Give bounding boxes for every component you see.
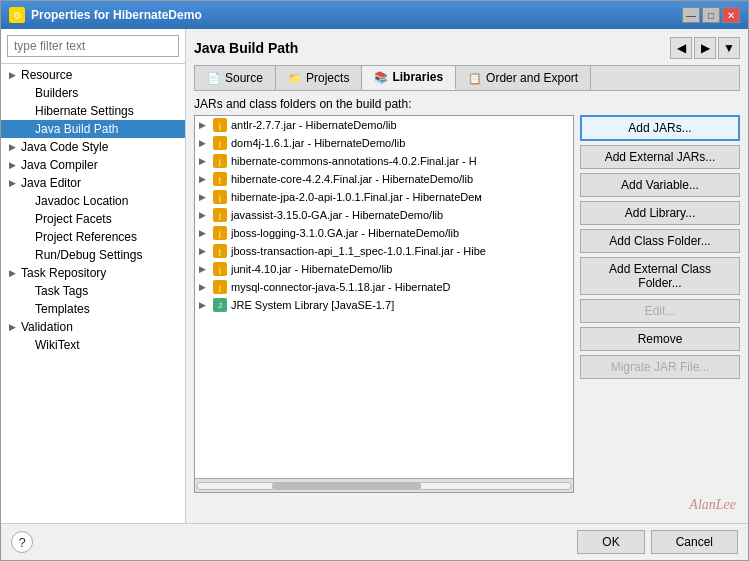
tree-arrow-icon: ▶ (9, 70, 17, 80)
jar-expand-arrow-icon: ▶ (199, 300, 209, 310)
jar-item-label: hibernate-commons-annotations-4.0.2.Fina… (231, 155, 477, 167)
source-tab-icon: 📄 (207, 72, 221, 85)
help-button[interactable]: ? (11, 531, 33, 553)
sidebar-item-run-debug-settings[interactable]: Run/Debug Settings (1, 246, 185, 264)
jar-icon: j (213, 262, 227, 276)
sidebar-item-templates[interactable]: Templates (1, 300, 185, 318)
filter-input[interactable] (7, 35, 179, 57)
sidebar-item-resource[interactable]: ▶Resource (1, 66, 185, 84)
sidebar-item-builders[interactable]: Builders (1, 84, 185, 102)
jar-icon: j (213, 208, 227, 222)
sidebar-item-validation[interactable]: ▶Validation (1, 318, 185, 336)
jar-list-item[interactable]: ▶jjavassist-3.15.0-GA.jar - HibernateDem… (195, 206, 573, 224)
right-panel: Java Build Path ◀ ▶ ▼ 📄Source📁Projects📚L… (186, 29, 748, 523)
add-jars-button[interactable]: Add JARs... (580, 115, 740, 141)
sidebar-item-label: Builders (35, 86, 78, 100)
jar-list-item[interactable]: ▶jmysql-connector-java-5.1.18.jar - Hibe… (195, 278, 573, 296)
dropdown-button[interactable]: ▼ (718, 37, 740, 59)
minimize-button[interactable]: — (682, 7, 700, 23)
add-variable-button[interactable]: Add Variable... (580, 173, 740, 197)
add-external-class-folder-button[interactable]: Add External Class Folder... (580, 257, 740, 295)
content-area: ▶ResourceBuildersHibernate SettingsJava … (1, 29, 748, 523)
cancel-button[interactable]: Cancel (651, 530, 738, 554)
maximize-button[interactable]: □ (702, 7, 720, 23)
jar-list-item[interactable]: ▶jhibernate-commons-annotations-4.0.2.Fi… (195, 152, 573, 170)
horizontal-scrollbar[interactable] (195, 478, 573, 492)
jar-list-item[interactable]: ▶jjboss-logging-3.1.0.GA.jar - Hibernate… (195, 224, 573, 242)
title-bar-left: ⚙ Properties for HibernateDemo (9, 7, 202, 23)
tab-projects[interactable]: 📁Projects (276, 66, 362, 90)
jar-item-label: jboss-transaction-api_1.1_spec-1.0.1.Fin… (231, 245, 486, 257)
order-export-tab-icon: 📋 (468, 72, 482, 85)
close-button[interactable]: ✕ (722, 7, 740, 23)
buttons-panel: Add JARs...Add External JARs...Add Varia… (580, 115, 740, 493)
jar-list-item[interactable]: ▶JJRE System Library [JavaSE-1.7] (195, 296, 573, 314)
remove-button[interactable]: Remove (580, 327, 740, 351)
jar-icon: j (213, 172, 227, 186)
sidebar-item-java-compiler[interactable]: ▶Java Compiler (1, 156, 185, 174)
jar-icon: j (213, 136, 227, 150)
tabs-bar: 📄Source📁Projects📚Libraries📋Order and Exp… (194, 65, 740, 91)
jar-list-item[interactable]: ▶jantlr-2.7.7.jar - HibernateDemo/lib (195, 116, 573, 134)
jar-expand-arrow-icon: ▶ (199, 192, 209, 202)
tree-arrow-icon: ▶ (9, 160, 17, 170)
jar-expand-arrow-icon: ▶ (199, 264, 209, 274)
jar-list-item[interactable]: ▶jhibernate-jpa-2.0-api-1.0.1.Final.jar … (195, 188, 573, 206)
panel-title: Java Build Path (194, 40, 298, 56)
sidebar-item-label: Task Repository (21, 266, 106, 280)
sidebar-item-label: Project Facets (35, 212, 112, 226)
jar-item-label: junit-4.10.jar - HibernateDemo/lib (231, 263, 392, 275)
tab-libraries[interactable]: 📚Libraries (362, 66, 456, 90)
bottom-bar: ? OK Cancel (1, 523, 748, 560)
sidebar-item-java-code-style[interactable]: ▶Java Code Style (1, 138, 185, 156)
scrollbar-thumb (272, 483, 421, 489)
tab-source[interactable]: 📄Source (195, 66, 276, 90)
sidebar-item-java-editor[interactable]: ▶Java Editor (1, 174, 185, 192)
jar-list-item[interactable]: ▶jdom4j-1.6.1.jar - HibernateDemo/lib (195, 134, 573, 152)
forward-button[interactable]: ▶ (694, 37, 716, 59)
sidebar-item-wikitext[interactable]: WikiText (1, 336, 185, 354)
add-external-jars-button[interactable]: Add External JARs... (580, 145, 740, 169)
sidebar-item-java-build-path[interactable]: Java Build Path (1, 120, 185, 138)
sidebar-item-task-repository[interactable]: ▶Task Repository (1, 264, 185, 282)
sidebar-item-hibernate-settings[interactable]: Hibernate Settings (1, 102, 185, 120)
jar-list-item[interactable]: ▶jjunit-4.10.jar - HibernateDemo/lib (195, 260, 573, 278)
jar-icon: j (213, 244, 227, 258)
jar-expand-arrow-icon: ▶ (199, 138, 209, 148)
build-path-description: JARs and class folders on the build path… (194, 97, 740, 111)
sidebar-item-javadoc-location[interactable]: Javadoc Location (1, 192, 185, 210)
sidebar-item-task-tags[interactable]: Task Tags (1, 282, 185, 300)
jar-icon: j (213, 190, 227, 204)
properties-dialog: ⚙ Properties for HibernateDemo — □ ✕ ▶Re… (0, 0, 749, 561)
edit-button: Edit... (580, 299, 740, 323)
jar-icon: j (213, 226, 227, 240)
title-controls: — □ ✕ (682, 7, 740, 23)
migrate-jar-button: Migrate JAR File... (580, 355, 740, 379)
ok-button[interactable]: OK (577, 530, 644, 554)
sidebar-item-label: Java Compiler (21, 158, 98, 172)
tab-label: Libraries (392, 70, 443, 84)
sidebar-item-label: Validation (21, 320, 73, 334)
jar-expand-arrow-icon: ▶ (199, 120, 209, 130)
tab-order-export[interactable]: 📋Order and Export (456, 66, 591, 90)
sidebar-item-project-facets[interactable]: Project Facets (1, 210, 185, 228)
watermark: AlanLee (194, 493, 740, 515)
libraries-tab-icon: 📚 (374, 71, 388, 84)
sidebar-item-label: Javadoc Location (35, 194, 128, 208)
jar-expand-arrow-icon: ▶ (199, 282, 209, 292)
jar-item-label: hibernate-jpa-2.0-api-1.0.1.Final.jar - … (231, 191, 482, 203)
jar-item-label: javassist-3.15.0-GA.jar - HibernateDemo/… (231, 209, 443, 221)
jar-list-item[interactable]: ▶jjboss-transaction-api_1.1_spec-1.0.1.F… (195, 242, 573, 260)
jar-list-area: ▶jantlr-2.7.7.jar - HibernateDemo/lib▶jd… (194, 115, 574, 493)
build-path-content: JARs and class folders on the build path… (194, 97, 740, 515)
add-library-button[interactable]: Add Library... (580, 201, 740, 225)
back-button[interactable]: ◀ (670, 37, 692, 59)
tree-area: ▶ResourceBuildersHibernate SettingsJava … (1, 64, 185, 523)
sidebar-item-label: Java Code Style (21, 140, 108, 154)
add-class-folder-button[interactable]: Add Class Folder... (580, 229, 740, 253)
jar-expand-arrow-icon: ▶ (199, 228, 209, 238)
jar-list-item[interactable]: ▶jhibernate-core-4.2.4.Final.jar - Hiber… (195, 170, 573, 188)
jar-icon: j (213, 280, 227, 294)
sidebar-item-label: Task Tags (35, 284, 88, 298)
sidebar-item-project-references[interactable]: Project References (1, 228, 185, 246)
